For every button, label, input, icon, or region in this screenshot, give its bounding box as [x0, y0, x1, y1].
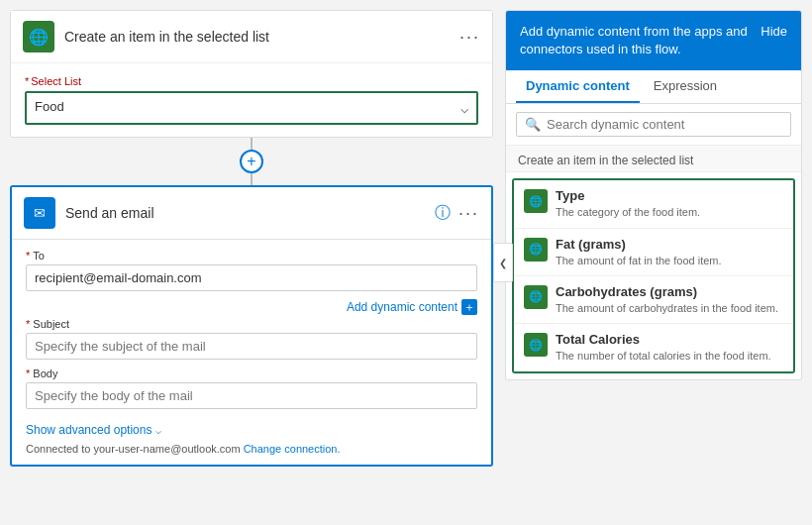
- right-panel-wrapper: ❮ Add dynamic content from the apps and …: [505, 10, 802, 515]
- select-list-label: *Select List: [25, 75, 478, 87]
- select-list-value: Food: [27, 93, 476, 123]
- dynamic-panel-description: Add dynamic content from the apps and co…: [520, 23, 761, 58]
- show-advanced-button[interactable]: Show advanced options ⌵: [26, 423, 161, 437]
- plus-icon: ＋: [461, 299, 477, 315]
- body-input[interactable]: [26, 382, 477, 409]
- create-item-more-button[interactable]: ···: [459, 27, 480, 48]
- collapse-panel-button[interactable]: ❮: [493, 243, 513, 282]
- to-label: * To: [26, 250, 477, 262]
- subject-field-group: Add dynamic content ＋ * Subject: [26, 299, 477, 360]
- subject-input[interactable]: [26, 333, 477, 360]
- body-label: * Body: [26, 368, 477, 379]
- dynamic-items-list: 🌐 Type The category of the food item. 🌐 …: [512, 178, 795, 372]
- add-dynamic-content-button[interactable]: Add dynamic content ＋: [347, 299, 477, 315]
- select-list-dropdown[interactable]: Food ⌵: [25, 91, 478, 125]
- dynamic-item-desc: The amount of carbohydrates in the food …: [556, 301, 783, 315]
- create-item-header: 🌐 Create an item in the selected list ··…: [11, 11, 492, 63]
- send-email-body: * To Add dynamic content ＋ * Subject: [12, 240, 491, 465]
- dynamic-tabs: Dynamic content Expression: [506, 70, 801, 104]
- create-item-body: *Select List Food ⌵: [11, 63, 492, 137]
- dynamic-item-desc: The number of total calories in the food…: [556, 349, 783, 363]
- search-box: 🔍: [516, 112, 791, 137]
- create-item-icon: 🌐: [23, 21, 54, 52]
- dynamic-item-content: Fat (grams) The amount of fat in the foo…: [556, 237, 783, 267]
- change-connection-link[interactable]: Change connection.: [244, 443, 341, 455]
- chevron-down-icon: ⌵: [460, 100, 468, 116]
- tab-dynamic-content[interactable]: Dynamic content: [516, 70, 640, 103]
- dynamic-item-title: Carbohydrates (grams): [556, 284, 783, 299]
- hide-panel-button[interactable]: Hide: [761, 23, 787, 41]
- section-title: Create an item in the selected list: [506, 146, 801, 172]
- dynamic-item-fat[interactable]: 🌐 Fat (grams) The amount of fat in the f…: [514, 229, 793, 276]
- dynamic-item-content: Total Calories The number of total calor…: [556, 332, 783, 363]
- chevron-down-icon: ⌵: [155, 425, 161, 436]
- dynamic-item-icon: 🌐: [524, 333, 548, 357]
- to-field-group: * To: [26, 250, 477, 291]
- connection-info: Connected to your-user-name@outlook.com …: [26, 443, 477, 455]
- tab-expression[interactable]: Expression: [644, 70, 727, 103]
- dynamic-item-calories[interactable]: 🌐 Total Calories The number of total cal…: [514, 324, 793, 370]
- to-input[interactable]: [26, 264, 477, 291]
- dynamic-content-panel: Add dynamic content from the apps and co…: [505, 10, 802, 380]
- email-icon: ✉: [24, 197, 55, 229]
- dynamic-item-icon: 🌐: [524, 238, 548, 262]
- create-item-title: Create an item in the selected list: [64, 29, 459, 45]
- dynamic-item-icon: 🌐: [524, 285, 548, 309]
- dynamic-item-title: Total Calories: [556, 332, 783, 347]
- create-item-card: 🌐 Create an item in the selected list ··…: [10, 10, 493, 138]
- dynamic-item-carbohydrates[interactable]: 🌐 Carbohydrates (grams) The amount of ca…: [514, 276, 793, 324]
- dynamic-item-content: Carbohydrates (grams) The amount of carb…: [556, 284, 783, 315]
- dynamic-item-desc: The category of the food item.: [556, 205, 783, 219]
- send-email-header: ✉ Send an email ⓘ ···: [12, 187, 491, 240]
- search-icon: 🔍: [525, 117, 541, 132]
- dynamic-item-icon: 🌐: [524, 189, 548, 213]
- dynamic-panel-header: Add dynamic content from the apps and co…: [506, 11, 801, 70]
- dynamic-item-desc: The amount of fat in the food item.: [556, 254, 783, 267]
- dynamic-item-type[interactable]: 🌐 Type The category of the food item.: [514, 180, 793, 228]
- add-dynamic-row: Add dynamic content ＋: [26, 299, 477, 315]
- dynamic-item-content: Type The category of the food item.: [556, 188, 783, 219]
- search-row: 🔍: [506, 104, 801, 146]
- subject-label: * Subject: [26, 318, 477, 330]
- dynamic-item-title: Fat (grams): [556, 237, 783, 252]
- add-step-area: +: [10, 138, 493, 185]
- email-more-button[interactable]: ···: [458, 203, 479, 224]
- send-email-title: Send an email: [65, 205, 435, 221]
- search-input[interactable]: [547, 117, 782, 132]
- email-info-button[interactable]: ⓘ: [435, 203, 451, 224]
- body-field-group: * Body: [26, 368, 477, 409]
- add-step-button[interactable]: +: [240, 150, 263, 173]
- dynamic-item-title: Type: [556, 188, 783, 203]
- send-email-card: ✉ Send an email ⓘ ··· * To Add dynamic c…: [10, 185, 493, 467]
